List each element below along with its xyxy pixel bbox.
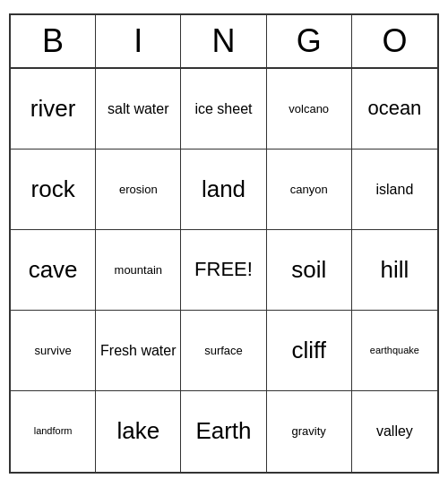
cell-text: Fresh water: [100, 342, 176, 359]
cell-text: hill: [380, 256, 409, 284]
cell-text: cave: [29, 256, 78, 284]
cell-text: earthquake: [370, 345, 419, 356]
bingo-cell[interactable]: landform: [11, 391, 96, 472]
header-letter: I: [96, 15, 181, 67]
header-letter: O: [352, 15, 437, 67]
cell-text: land: [202, 175, 246, 203]
cell-text: rock: [31, 175, 75, 203]
bingo-cell[interactable]: erosion: [96, 150, 181, 230]
cell-text: ice sheet: [194, 100, 252, 117]
bingo-cell[interactable]: FREE!: [181, 230, 266, 311]
bingo-cell[interactable]: gravity: [267, 391, 352, 472]
bingo-cell[interactable]: hill: [352, 230, 437, 311]
cell-text: ocean: [367, 97, 421, 120]
bingo-cell[interactable]: Earth: [181, 391, 266, 472]
bingo-cell[interactable]: volcano: [267, 69, 352, 150]
bingo-cell[interactable]: canyon: [267, 150, 352, 230]
cell-text: lake: [116, 417, 159, 445]
bingo-cell[interactable]: earthquake: [352, 311, 437, 391]
cell-text: erosion: [119, 183, 158, 197]
cell-text: river: [30, 95, 76, 123]
bingo-cell[interactable]: surface: [181, 311, 266, 391]
bingo-card: BINGO riversalt waterice sheetvolcanooce…: [9, 13, 439, 474]
cell-text: cliff: [291, 337, 326, 364]
cell-text: Earth: [195, 417, 251, 445]
cell-text: landform: [34, 425, 73, 437]
cell-text: island: [375, 181, 413, 198]
bingo-cell[interactable]: survive: [11, 311, 96, 391]
cell-text: FREE!: [194, 258, 253, 281]
cell-text: salt water: [108, 100, 168, 117]
bingo-cell[interactable]: ocean: [352, 69, 437, 150]
bingo-cell[interactable]: cave: [11, 230, 96, 311]
header-letter: N: [181, 15, 266, 67]
cell-text: mountain: [115, 263, 162, 278]
cell-text: gravity: [292, 424, 326, 439]
cell-text: valley: [376, 423, 413, 440]
cell-text: soil: [291, 256, 326, 284]
bingo-cell[interactable]: rock: [11, 150, 96, 230]
cell-text: canyon: [290, 183, 328, 197]
bingo-grid: riversalt waterice sheetvolcanooceanrock…: [11, 69, 437, 472]
bingo-cell[interactable]: lake: [96, 391, 181, 472]
bingo-cell[interactable]: land: [181, 150, 266, 230]
header-letter: G: [267, 15, 352, 67]
bingo-header: BINGO: [11, 15, 437, 69]
bingo-cell[interactable]: Fresh water: [96, 311, 181, 391]
bingo-cell[interactable]: river: [11, 69, 96, 150]
bingo-cell[interactable]: island: [352, 150, 437, 230]
bingo-cell[interactable]: soil: [267, 230, 352, 311]
cell-text: volcano: [289, 102, 329, 116]
bingo-cell[interactable]: valley: [352, 391, 437, 472]
cell-text: survive: [35, 344, 72, 358]
bingo-cell[interactable]: salt water: [96, 69, 181, 150]
bingo-cell[interactable]: cliff: [267, 311, 352, 391]
bingo-cell[interactable]: mountain: [96, 230, 181, 311]
header-letter: B: [11, 15, 96, 67]
cell-text: surface: [204, 344, 243, 358]
bingo-cell[interactable]: ice sheet: [181, 69, 266, 150]
